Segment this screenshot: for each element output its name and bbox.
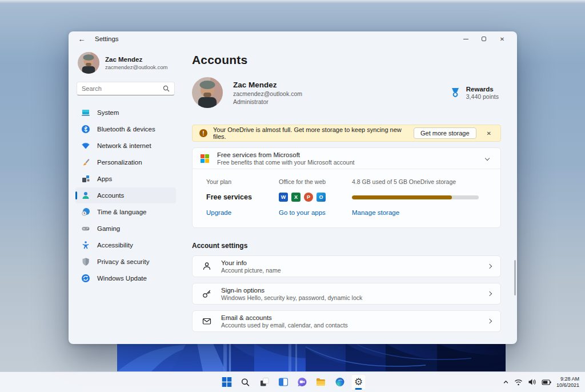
settings-window: ← Settings ✕ Zac Mendez zacmen <box>69 31 517 344</box>
tray-wifi-icon[interactable] <box>514 379 523 386</box>
sidebar: Zac Mendez zacmendez@outlook.com System <box>69 46 181 344</box>
expander-header[interactable]: Free services from Microsoft Free benefi… <box>193 148 500 169</box>
profile-name: Zac Mendez <box>233 81 302 89</box>
sidebar-item-label: System <box>97 109 119 116</box>
setting-title: Email & accounts <box>221 314 348 321</box>
tray-time: 9:28 AM <box>556 376 579 382</box>
sidebar-item-label: Gaming <box>97 225 120 232</box>
tray-chevron-up-icon[interactable] <box>503 379 509 385</box>
titlebar: ← Settings ✕ <box>69 31 517 46</box>
task-view-button[interactable] <box>257 374 272 390</box>
sidebar-user-name: Zac Mendez <box>105 56 167 63</box>
gear-icon: ⚙ <box>354 377 363 387</box>
chevron-down-icon[interactable] <box>485 156 490 161</box>
avatar-large <box>192 77 223 108</box>
free-services-expander: Free services from Microsoft Free benefi… <box>192 147 501 228</box>
word-icon[interactable]: W <box>279 193 288 202</box>
apps-grid-icon <box>81 174 90 183</box>
upgrade-link[interactable]: Upgrade <box>206 209 279 216</box>
excel-icon[interactable]: X <box>291 193 300 202</box>
account-profile: Zac Mendez zacmendez@outlook.com Adminis… <box>192 77 501 108</box>
sidebar-item-accounts[interactable]: Accounts <box>75 187 176 203</box>
chat-icon <box>297 377 307 387</box>
plan-value: Free services <box>206 193 252 201</box>
sidebar-profile[interactable]: Zac Mendez zacmendez@outlook.com <box>75 51 176 81</box>
plan-label: Your plan <box>206 178 279 185</box>
task-view-icon <box>259 377 269 387</box>
onedrive-banner: ! Your OneDrive is almost full. Get more… <box>192 125 501 142</box>
search-box[interactable] <box>77 82 175 95</box>
rewards-medal-icon <box>450 87 461 98</box>
chat-button[interactable] <box>295 374 310 390</box>
setting-subtitle: Windows Hello, security key, password, d… <box>221 294 362 301</box>
expander-title: Free services from Microsoft <box>217 151 354 158</box>
sidebar-item-system[interactable]: System <box>75 105 176 121</box>
tray-volume-icon[interactable] <box>528 378 536 386</box>
search-input[interactable] <box>82 85 163 92</box>
sidebar-item-apps[interactable]: Apps <box>75 171 176 187</box>
sidebar-item-privacy-security[interactable]: Privacy & security <box>75 254 176 270</box>
sign-in-options-row[interactable]: Sign-in options Windows Hello, security … <box>192 283 501 305</box>
sidebar-item-label: Personalization <box>97 159 142 166</box>
minimize-button[interactable] <box>456 31 475 46</box>
setting-title: Your info <box>221 259 281 266</box>
sidebar-item-label: Bluetooth & devices <box>97 126 155 133</box>
tray-date: 10/6/2021 <box>556 382 579 389</box>
accessibility-person-icon <box>81 241 90 250</box>
section-title: Account settings <box>192 242 501 250</box>
gamepad-icon <box>81 224 90 233</box>
mail-icon <box>202 316 212 326</box>
your-info-row[interactable]: Your info Account picture, name <box>192 255 501 277</box>
sidebar-item-windows-update[interactable]: Windows Update <box>75 270 176 286</box>
storage-label: 4.8 GB used of 5 GB OneDrive storage <box>352 178 491 185</box>
sidebar-item-label: Network & internet <box>97 142 151 149</box>
chevron-right-icon <box>487 291 492 296</box>
outlook-icon[interactable]: O <box>316 193 326 202</box>
expander-body: Your plan Free services Upgrade Office f… <box>193 169 500 227</box>
widgets-button[interactable] <box>276 374 291 390</box>
setting-subtitle: Accounts used by email, calendar, and co… <box>221 322 348 329</box>
banner-close-icon[interactable]: ✕ <box>482 130 496 137</box>
tray-battery-icon[interactable] <box>542 379 551 385</box>
profile-role: Administrator <box>233 98 302 105</box>
wallpaper-bloom <box>117 343 506 371</box>
sidebar-item-time-language[interactable]: Time & language <box>75 204 176 220</box>
maximize-button[interactable] <box>475 31 493 46</box>
office-label: Office for the web <box>279 178 352 185</box>
sidebar-item-personalization[interactable]: Personalization <box>75 154 176 170</box>
powerpoint-icon[interactable]: P <box>304 193 313 202</box>
avatar <box>78 52 99 74</box>
sidebar-item-label: Apps <box>97 175 112 182</box>
manage-storage-link[interactable]: Manage storage <box>352 209 491 216</box>
sidebar-item-bluetooth-devices[interactable]: Bluetooth & devices <box>75 121 176 137</box>
edge-button[interactable] <box>332 374 347 390</box>
sidebar-user-email: zacmendez@outlook.com <box>105 64 167 70</box>
scrollbar-thumb[interactable] <box>514 260 516 295</box>
file-explorer-button[interactable] <box>314 374 328 390</box>
email-accounts-row[interactable]: Email & accounts Accounts used by email,… <box>192 310 501 332</box>
chevron-right-icon <box>487 264 492 269</box>
sidebar-item-label: Time & language <box>97 209 147 215</box>
folder-icon <box>316 378 326 386</box>
setting-subtitle: Account picture, name <box>221 267 281 274</box>
start-button[interactable] <box>219 374 234 390</box>
tray-clock[interactable]: 9:28 AM 10/6/2021 <box>556 376 579 389</box>
paintbrush-icon <box>81 158 90 167</box>
taskbar-search-button[interactable] <box>238 374 253 390</box>
microsoft-logo-icon <box>201 154 209 163</box>
update-icon <box>81 274 90 283</box>
sidebar-item-network-internet[interactable]: Network & internet <box>75 138 176 154</box>
go-to-apps-link[interactable]: Go to your apps <box>279 209 352 216</box>
get-more-storage-button[interactable]: Get more storage <box>414 127 476 139</box>
system-icon <box>81 108 90 117</box>
rewards-block[interactable]: Rewards 3,440 points <box>450 86 499 100</box>
sidebar-item-gaming[interactable]: Gaming <box>75 221 176 237</box>
person-icon <box>81 191 90 200</box>
close-button[interactable]: ✕ <box>493 31 511 46</box>
sidebar-item-label: Windows Update <box>97 275 147 282</box>
rewards-label: Rewards <box>466 86 499 93</box>
back-icon[interactable]: ← <box>77 35 87 43</box>
settings-button[interactable]: ⚙ <box>351 374 366 390</box>
sidebar-item-accessibility[interactable]: Accessibility <box>75 237 176 253</box>
key-icon <box>202 289 212 299</box>
